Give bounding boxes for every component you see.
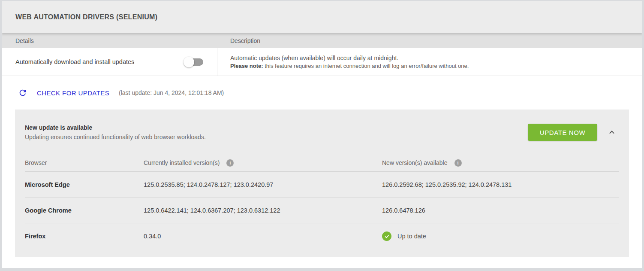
section-header: WEB AUTOMATION DRIVERS (SELENIUM) bbox=[2, 1, 642, 33]
available-column-header: New version(s) available bbox=[382, 159, 448, 166]
browser-versions-table: Browser Currently installed version(s) i… bbox=[15, 154, 629, 249]
update-panel-titles: New update is available Updating ensures… bbox=[25, 124, 528, 140]
available-versions: 126.0.6478.126 bbox=[382, 207, 425, 214]
table-row-google-chrome: Google Chrome 125.0.6422.141; 124.0.6367… bbox=[25, 198, 619, 223]
column-header-row: Details Description bbox=[2, 33, 642, 48]
table-row-firefox: Firefox 0.34.0 Up to date bbox=[25, 223, 619, 249]
auto-update-label: Automatically download and install updat… bbox=[15, 58, 134, 65]
auto-update-details-cell: Automatically download and install updat… bbox=[2, 48, 217, 76]
check-for-updates-row: CHECK FOR UPDATES (last update: Jun 4, 2… bbox=[2, 76, 642, 110]
auto-update-description-cell: Automatic updates (when available) will … bbox=[217, 48, 642, 76]
details-column-header: Details bbox=[2, 37, 217, 44]
browser-column-header: Browser bbox=[25, 159, 144, 166]
toggle-thumb bbox=[184, 57, 194, 67]
description-line-1: Automatic updates (when available) will … bbox=[230, 55, 642, 61]
installed-column-header-cell: Currently installed version(s) i bbox=[144, 159, 382, 167]
update-available-panel: New update is available Updating ensures… bbox=[15, 110, 629, 257]
installed-versions: 125.0.6422.141; 124.0.6367.207; 123.0.63… bbox=[144, 207, 280, 214]
auto-update-toggle[interactable] bbox=[184, 56, 203, 67]
installed-column-header: Currently installed version(s) bbox=[144, 159, 220, 166]
info-icon[interactable]: i bbox=[226, 159, 234, 167]
update-panel-title: New update is available bbox=[25, 124, 528, 131]
last-update-timestamp: (last update: Jun 4, 2024, 12:01:18 AM) bbox=[119, 89, 224, 96]
up-to-date-status: Up to date bbox=[397, 233, 426, 240]
available-versions: 126.0.2592.68; 125.0.2535.92; 124.0.2478… bbox=[382, 181, 512, 188]
installed-versions: 125.0.2535.85; 124.0.2478.127; 123.0.242… bbox=[144, 181, 273, 188]
info-icon[interactable]: i bbox=[454, 159, 462, 167]
description-column-header: Description bbox=[217, 37, 260, 44]
chevron-up-icon[interactable] bbox=[608, 128, 616, 137]
table-header-row: Browser Currently installed version(s) i… bbox=[25, 154, 619, 172]
web-automation-drivers-page: WEB AUTOMATION DRIVERS (SELENIUM) Detail… bbox=[0, 0, 644, 271]
available-column-header-cell: New version(s) available i bbox=[382, 159, 619, 167]
note-label: Please note: bbox=[230, 63, 263, 69]
browser-name: Microsoft Edge bbox=[25, 181, 70, 188]
update-panel-header: New update is available Updating ensures… bbox=[15, 110, 629, 146]
installed-versions: 0.34.0 bbox=[144, 233, 161, 240]
browser-name: Google Chrome bbox=[25, 207, 72, 214]
check-for-updates-button[interactable]: CHECK FOR UPDATES bbox=[37, 89, 109, 97]
description-line-2: Please note: this feature requires an in… bbox=[230, 63, 642, 69]
table-row-microsoft-edge: Microsoft Edge 125.0.2535.85; 124.0.2478… bbox=[25, 172, 619, 198]
refresh-icon[interactable] bbox=[18, 88, 27, 97]
page-title: WEB AUTOMATION DRIVERS (SELENIUM) bbox=[15, 13, 157, 21]
note-text: this feature requires an internet connec… bbox=[263, 63, 469, 69]
update-now-button[interactable]: UPDATE NOW bbox=[528, 124, 597, 141]
check-circle-icon bbox=[382, 231, 391, 241]
auto-update-setting-row: Automatically download and install updat… bbox=[2, 48, 642, 76]
update-panel-subtitle: Updating ensures continued functionality… bbox=[25, 134, 528, 140]
browser-name: Firefox bbox=[25, 233, 45, 240]
